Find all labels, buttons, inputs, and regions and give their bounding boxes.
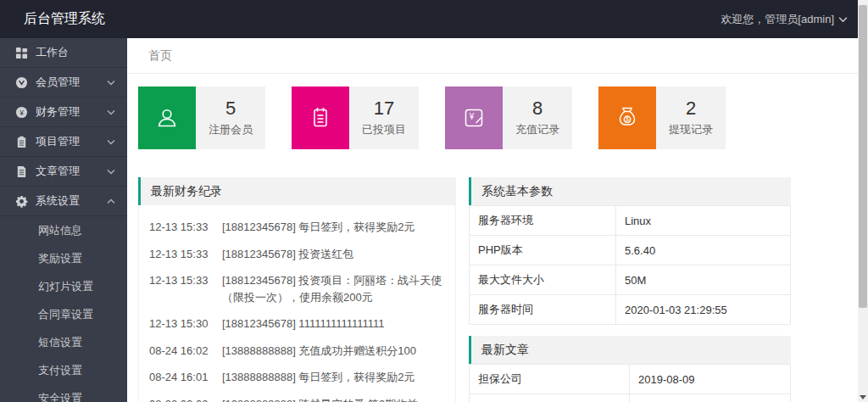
table-row: 营业执照 2019-08-09 <box>470 394 791 402</box>
finance-records: 12-13 15:33 [18812345678] 每日签到，获得奖励2元 12… <box>138 205 456 402</box>
submenu-item[interactable]: 奖励设置 <box>0 244 127 272</box>
stat-card[interactable]: $ 2 提现记录 <box>598 87 726 149</box>
sidebar-item[interactable]: ¥ 财务管理 <box>0 98 127 127</box>
stat-label: 注册会员 <box>209 122 253 137</box>
record-text: [18812345678] 投资送红包 <box>222 246 445 263</box>
submenu-item[interactable]: 短信设置 <box>0 328 127 356</box>
sidebar-item[interactable]: 系统设置 <box>0 187 127 216</box>
dashboard-icon <box>15 47 28 59</box>
record-time: 12-13 15:33 <box>149 219 222 236</box>
main-content: 首页 5 注册会员 17 已投项目 <box>127 38 868 402</box>
article-date: 2019-08-09 <box>630 394 791 402</box>
record-text: [13888888888] 每日签到，获得奖励2元 <box>222 369 445 386</box>
submenu-item-label: 幻灯片设置 <box>38 279 115 294</box>
record-time: 12-13 15:30 <box>149 315 222 332</box>
right-column: 系统基本参数 服务器环境 Linux PHP版本 <box>469 177 791 402</box>
page-scrollbar[interactable] <box>858 0 868 402</box>
settings-submenu: 网站信息 奖励设置 幻灯片设置 合同章设置 短信设置 <box>0 216 127 402</box>
chevron-down-icon <box>107 109 115 115</box>
submenu-item-label: 网站信息 <box>38 223 115 238</box>
finance-panel: 最新财务纪录 12-13 15:33 [18812345678] 每日签到，获得… <box>138 177 456 402</box>
finance-record: 12-13 15:33 [18812345678] 每日签到，获得奖励2元 <box>139 214 455 241</box>
finance-record: 08-23 02:02 [13888888888] 跨越星空的爱 第3期收益10… <box>139 391 455 402</box>
scrollbar-thumb[interactable] <box>859 5 867 308</box>
sidebar-item[interactable]: 文章管理 <box>0 157 127 187</box>
chevron-up-icon <box>107 198 115 204</box>
sidebar-item[interactable]: 项目管理 <box>0 127 127 157</box>
welcome-text: 欢迎您，管理员[admin] <box>721 12 834 27</box>
moneybag-icon: $ <box>598 87 656 149</box>
finance-record: 08-24 16:01 [13888888888] 每日签到，获得奖励2元 <box>139 364 455 391</box>
submenu-item[interactable]: 支付设置 <box>0 356 127 384</box>
stat-card[interactable]: 17 已投项目 <box>292 87 419 149</box>
record-text: [13888888888] 充值成功并赠送积分100 <box>222 343 445 360</box>
stat-label: 已投项目 <box>362 122 406 137</box>
param-key: 服务器环境 <box>470 206 616 236</box>
record-time: 08-24 16:01 <box>149 369 222 386</box>
latest-articles-table: 担保公司 2019-08-09 营业执照 2019-08-09 <box>469 364 791 402</box>
user-icon <box>138 87 196 149</box>
sidebar-nav: 工作台 会员管理 ¥ 财务管理 项目管理 <box>0 38 127 402</box>
table-row: PHP版本 5.6.40 <box>470 236 791 265</box>
record-time: 12-13 15:33 <box>149 246 222 263</box>
breadcrumb[interactable]: 首页 <box>148 48 172 64</box>
record-text: [18812345678] 每日签到，获得奖励2元 <box>222 219 445 236</box>
stat-cards: 5 注册会员 17 已投项目 ¥ 8 <box>138 87 868 149</box>
sidebar-item-label: 系统设置 <box>36 193 107 209</box>
param-key: 服务器时间 <box>470 295 616 325</box>
submenu-item-label: 奖励设置 <box>38 251 115 266</box>
latest-articles-title: 最新文章 <box>469 336 791 364</box>
latest-articles-panel: 最新文章 担保公司 2019-08-09 营业执照 <box>469 336 791 402</box>
param-key: 最大文件大小 <box>470 265 616 295</box>
table-row: 服务器环境 Linux <box>470 206 791 236</box>
stat-value: 5 <box>225 98 236 119</box>
clipboard-icon <box>292 87 349 149</box>
stat-card[interactable]: 5 注册会员 <box>138 87 265 149</box>
submenu-item[interactable]: 幻灯片设置 <box>0 272 127 300</box>
system-params-table: 服务器环境 Linux PHP版本 5.6.40 最大文件大 <box>469 205 791 325</box>
record-time: 08-24 16:02 <box>149 343 222 360</box>
chevron-down-icon <box>107 80 115 86</box>
chevron-down-icon <box>107 139 115 145</box>
table-row: 担保公司 2019-08-09 <box>470 365 791 394</box>
sidebar-item-label: 工作台 <box>36 45 115 60</box>
record-time: 08-23 02:02 <box>149 396 222 402</box>
stat-card[interactable]: ¥ 8 充值记录 <box>445 87 572 149</box>
project-icon <box>15 136 28 148</box>
svg-text:¥: ¥ <box>469 112 475 121</box>
record-text: [18812345678] 1111111111111111 <box>222 315 445 332</box>
sidebar: 工作台 会员管理 ¥ 财务管理 项目管理 <box>0 38 127 402</box>
sidebar-item[interactable]: 工作台 <box>0 38 127 68</box>
stat-value: 2 <box>686 98 696 119</box>
stat-label: 提现记录 <box>669 122 713 137</box>
sidebar-item-label: 文章管理 <box>36 164 107 179</box>
finance-icon: ¥ <box>15 106 28 119</box>
member-icon <box>15 76 28 89</box>
sidebar-item-label: 项目管理 <box>36 134 107 149</box>
record-time: 12-13 15:33 <box>149 272 222 305</box>
article-icon <box>15 165 28 178</box>
finance-record: 12-13 15:30 [18812345678] 11111111111111… <box>139 310 455 338</box>
article-title[interactable]: 担保公司 <box>470 365 630 394</box>
svg-text:$: $ <box>626 116 629 122</box>
param-value: 5.6.40 <box>616 236 791 265</box>
app-title: 后台管理系统 <box>24 10 105 28</box>
chevron-down-icon <box>838 16 848 23</box>
user-menu[interactable]: 欢迎您，管理员[admin] <box>721 12 848 27</box>
submenu-item-label: 合同章设置 <box>38 307 115 322</box>
stat-value: 8 <box>532 98 542 119</box>
svg-text:¥: ¥ <box>19 108 24 116</box>
submenu-item[interactable]: 安全设置 <box>0 384 127 402</box>
article-title[interactable]: 营业执照 <box>470 394 630 402</box>
topbar: 后台管理系统 欢迎您，管理员[admin] <box>0 0 868 38</box>
sidebar-item[interactable]: 会员管理 <box>0 68 127 98</box>
scrollbar-down-arrow-icon[interactable] <box>860 395 866 399</box>
recharge-icon: ¥ <box>445 87 503 149</box>
record-text: [18812345678] 投资项目：阿丽塔：战斗天使 （限投一次），使用余额2… <box>222 272 445 305</box>
chevron-down-icon <box>107 169 115 175</box>
submenu-item[interactable]: 网站信息 <box>0 216 127 244</box>
breadcrumb-bar: 首页 <box>127 38 868 74</box>
submenu-item[interactable]: 合同章设置 <box>0 300 127 328</box>
system-params-title: 系统基本参数 <box>469 177 791 205</box>
stat-value: 17 <box>374 98 394 119</box>
